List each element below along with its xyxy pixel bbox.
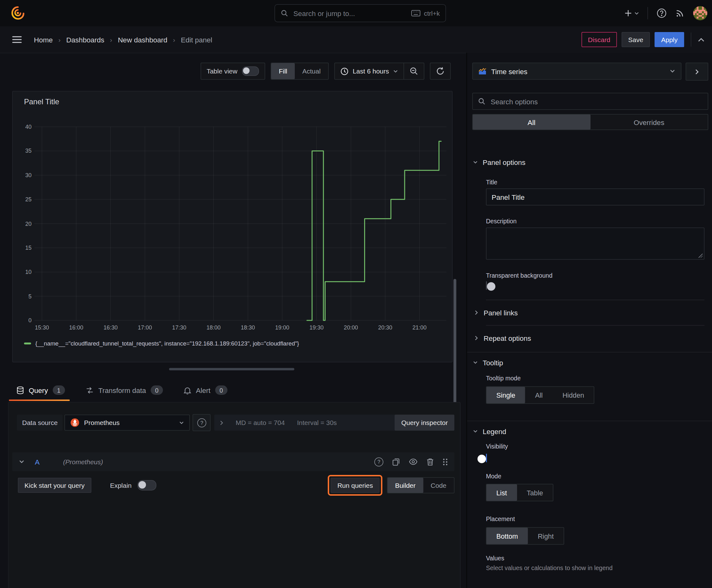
placement-bottom-option[interactable]: Bottom [487, 528, 528, 544]
add-menu-button[interactable] [624, 9, 639, 17]
chevron-down-icon [179, 421, 185, 424]
chart-legend[interactable]: {__name__="cloudflared_tunnel_total_requ… [24, 340, 299, 347]
legend-list-option[interactable]: List [487, 484, 517, 501]
options-search-input[interactable] [490, 97, 703, 106]
datasource-help-button[interactable] [193, 414, 211, 431]
code-option[interactable]: Code [423, 478, 454, 493]
kickstart-button[interactable]: Kick start your query [18, 478, 91, 493]
tab-query[interactable]: Query 1 [17, 380, 65, 400]
news-rss-button[interactable] [675, 8, 685, 18]
query-count-badge: 1 [53, 385, 65, 395]
panel-resize-handle[interactable] [169, 368, 295, 371]
datasource-row: Data source Prometheus [17, 415, 455, 430]
actual-option[interactable]: Actual [295, 63, 328, 79]
query-options-bar[interactable]: MD = auto = 704 Interval = 30s Query ins… [214, 415, 454, 430]
legend-mode-label: Mode [486, 473, 705, 480]
options-search[interactable] [473, 93, 709, 110]
chevron-right-icon [220, 420, 223, 425]
legend-swatch [24, 343, 31, 344]
eye-icon[interactable] [409, 459, 418, 465]
fill-actual-switch: Fill Actual [271, 63, 329, 80]
main-pane: Table view Fill Actual Last 6 hours [0, 53, 466, 588]
legend-table-option[interactable]: Table [517, 484, 553, 501]
toggle-viz-pane-button[interactable] [686, 63, 708, 81]
zoom-out-button[interactable] [404, 63, 424, 79]
collapse-panel-icon[interactable] [698, 37, 705, 42]
visualization-picker[interactable]: Time series [473, 63, 682, 80]
chevron-right-icon [475, 310, 478, 315]
trash-icon[interactable] [427, 458, 434, 466]
topbar-actions [624, 0, 707, 26]
values-label: Values [486, 555, 705, 562]
grafana-logo-icon[interactable] [10, 6, 25, 21]
builder-option[interactable]: Builder [387, 478, 423, 493]
tooltip-hidden-option[interactable]: Hidden [553, 387, 594, 404]
placement-right-option[interactable]: Right [528, 528, 563, 544]
breadcrumb-separator [172, 36, 176, 43]
time-range-label: Last 6 hours [352, 67, 389, 75]
avatar[interactable] [693, 6, 707, 20]
repeat-options-section[interactable]: Repeat options [475, 332, 708, 344]
topbar-divider [648, 7, 648, 19]
global-search[interactable]: ctrl+k [275, 4, 446, 22]
transparent-background-toggle[interactable] [486, 281, 487, 290]
visibility-label: Visibility [486, 443, 705, 450]
tab-all[interactable]: All [473, 114, 590, 130]
legend-mode-switch: List Table [486, 484, 554, 502]
search-shortcut: ctrl+k [411, 9, 440, 17]
chevron-down-icon [473, 361, 478, 364]
legend-series-label[interactable]: {__name__="cloudflared_tunnel_total_requ… [36, 340, 299, 347]
query-quick-actions: Kick start your query Explain Run querie… [18, 476, 455, 495]
tooltip-section[interactable]: Tooltip [473, 359, 708, 367]
panel-links-section[interactable]: Panel links [475, 306, 708, 318]
tab-overrides[interactable]: Overrides [590, 114, 708, 130]
query-inspector-button[interactable]: Query inspector [395, 415, 454, 430]
chevron-right-icon [695, 68, 699, 75]
table-view-toggle[interactable] [242, 67, 259, 76]
explain-toggle[interactable] [137, 480, 156, 491]
save-button[interactable]: Save [622, 32, 650, 47]
chevron-down-icon [670, 69, 675, 73]
tab-transform[interactable]: Transform data 0 [86, 380, 163, 400]
chart-panel[interactable]: Panel Title 0510152025303540 15:3016:001… [12, 91, 453, 362]
panel-title-input[interactable] [486, 188, 705, 205]
search-input[interactable] [293, 9, 407, 18]
title-label: Title [486, 179, 705, 186]
discard-button[interactable]: Discard [581, 32, 617, 47]
menu-toggle-icon[interactable] [12, 36, 22, 43]
chevron-down-icon [393, 69, 398, 73]
time-series-chart[interactable] [13, 91, 453, 363]
breadcrumb-new-dashboard[interactable]: New dashboard [118, 36, 167, 44]
fill-option[interactable]: Fill [271, 63, 295, 79]
query-help-icon[interactable] [374, 457, 384, 466]
query-a-header[interactable]: A (Prometheus) [12, 452, 455, 471]
apply-button[interactable]: Apply [654, 32, 684, 47]
resize-grip-icon[interactable] [698, 253, 703, 258]
explain-label: Explain [110, 482, 132, 489]
tooltip-all-option[interactable]: All [525, 387, 553, 404]
help-button[interactable] [656, 8, 667, 19]
panel-options-section[interactable]: Panel options [473, 158, 708, 166]
run-queries-button[interactable]: Run queries [331, 478, 380, 493]
alert-count-badge: 0 [215, 385, 227, 395]
breadcrumb-home[interactable]: Home [34, 36, 53, 44]
tooltip-single-option[interactable]: Single [487, 387, 525, 404]
query-ref-id: A [35, 458, 40, 466]
description-textarea[interactable] [486, 228, 705, 260]
breadcrumb-dashboards[interactable]: Dashboards [66, 36, 104, 44]
datasource-picker[interactable]: Prometheus [65, 415, 190, 430]
time-range-button[interactable]: Last 6 hours [335, 67, 404, 76]
timeseries-viz-icon [478, 67, 487, 75]
chevron-down-icon [473, 161, 478, 164]
legend-section[interactable]: Legend [473, 427, 708, 436]
explain-control: Explain [110, 480, 156, 491]
legend-visibility-toggle[interactable] [486, 454, 487, 462]
refresh-button[interactable] [430, 63, 450, 79]
search-icon [281, 9, 288, 17]
tab-alert[interactable]: Alert 0 [184, 380, 227, 400]
breadcrumb-edit-panel: Edit panel [181, 36, 212, 44]
clock-icon [340, 67, 348, 76]
duplicate-icon[interactable] [392, 458, 400, 466]
drag-handle-icon[interactable] [443, 458, 448, 466]
tab-alert-label: Alert [196, 386, 210, 394]
